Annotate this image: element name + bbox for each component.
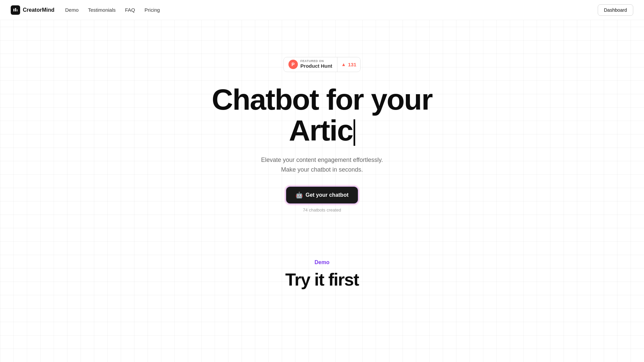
ph-upvote-arrow-icon: ▲ (341, 62, 346, 67)
dashboard-button[interactable]: Dashboard (598, 4, 634, 16)
hero-subtitle: Elevate your content engagement effortle… (261, 155, 383, 175)
nav-testimonials[interactable]: Testimonials (88, 7, 116, 13)
cta-label: Get your chatbot (306, 192, 348, 198)
main-content: P FEATURED ON Product Hunt ▲ 131 Chatbot… (0, 0, 644, 290)
demo-section-title: Try it first (285, 269, 359, 290)
nav-faq[interactable]: FAQ (125, 7, 135, 13)
demo-section: Demo Try it first (285, 239, 359, 290)
hero-title-line2: Artic (289, 114, 353, 147)
ph-badge-left: P FEATURED ON Product Hunt (284, 57, 337, 72)
hero-section: P FEATURED ON Product Hunt ▲ 131 Chatbot… (212, 20, 432, 239)
logo[interactable]: CreatorMind (11, 5, 54, 15)
text-cursor (354, 119, 355, 146)
ph-text-block: FEATURED ON Product Hunt (301, 60, 332, 69)
nav-links: Demo Testimonials FAQ Pricing (65, 7, 160, 13)
hero-subtitle-line1: Elevate your content engagement effortle… (261, 157, 383, 163)
hero-title: Chatbot for your Artic (212, 84, 432, 146)
hero-subtitle-line2: Make your chatbot in seconds. (281, 166, 363, 173)
navbar: CreatorMind Demo Testimonials FAQ Pricin… (0, 0, 644, 20)
ph-logo-circle: P (288, 60, 298, 69)
get-chatbot-button[interactable]: 🤖 Get your chatbot (286, 187, 358, 203)
logo-icon (11, 5, 20, 15)
ph-upvote-count: 131 (348, 62, 356, 67)
nav-pricing[interactable]: Pricing (145, 7, 160, 13)
product-hunt-badge[interactable]: P FEATURED ON Product Hunt ▲ 131 (283, 57, 361, 72)
chatbot-icon: 🤖 (296, 191, 303, 199)
demo-section-label: Demo (315, 259, 329, 265)
cta-wrapper: 🤖 Get your chatbot 74 chatbots created (286, 187, 358, 213)
nav-demo[interactable]: Demo (65, 7, 78, 13)
hero-title-line1: Chatbot for your (212, 83, 432, 116)
chatbots-created-count: 74 chatbots created (303, 207, 341, 213)
ph-product-hunt-label: Product Hunt (301, 63, 332, 69)
ph-featured-label: FEATURED ON (301, 60, 332, 63)
ph-badge-right: ▲ 131 (337, 59, 361, 70)
logo-text: CreatorMind (23, 7, 54, 13)
